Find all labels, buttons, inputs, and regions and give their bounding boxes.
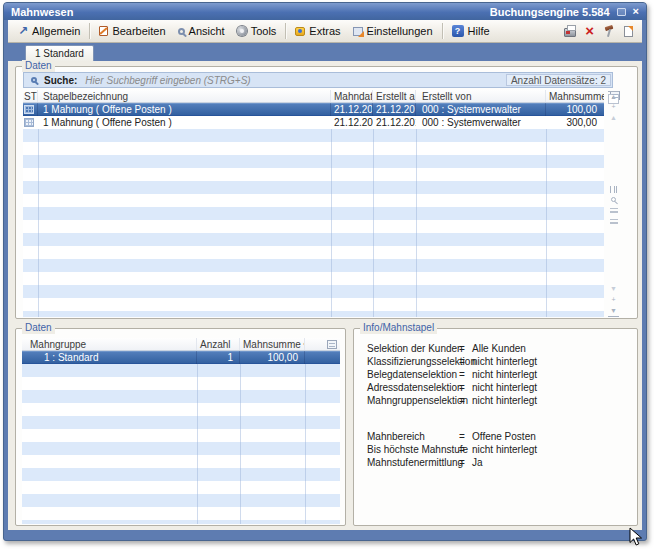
group-label: Daten — [22, 60, 55, 72]
toolbar-button-bearbeiten[interactable]: Bearbeiten — [93, 23, 171, 39]
info-label: Klassifizierungsselektion — [367, 355, 459, 368]
cell-erstellt-am: 21.12.2016 — [373, 116, 416, 129]
toolbar-label: Einstellungen — [367, 25, 433, 37]
info-value: nicht hinterlegt — [472, 394, 537, 407]
toolbar-button-allgemein[interactable]: Allgemein — [12, 23, 86, 39]
move-down-icon[interactable]: + — [608, 295, 619, 306]
table-row[interactable]: 1 Mahnung ( Offene Posten ) 21.12.2016 2… — [23, 116, 604, 129]
delete-icon[interactable] — [585, 25, 594, 37]
info-value: Offene Posten — [472, 430, 536, 443]
info-label: Mahnbereich — [367, 430, 459, 443]
info-value: nicht hinterlegt — [472, 443, 537, 456]
extras-box-icon — [295, 27, 305, 36]
toolbar-label: Tools — [251, 25, 277, 37]
window-restore-icon[interactable] — [617, 8, 626, 16]
cell-erstellt-am: 21.12.2016 — [373, 103, 416, 116]
column-header-stapelbezeichnung[interactable]: Stapelbezeichnung — [38, 90, 331, 102]
info-label: Selektion der Kunden — [367, 342, 459, 355]
tab-standard[interactable]: 1 Standard — [25, 45, 94, 61]
new-document-icon[interactable] — [624, 26, 633, 37]
column-header-mahnsumme[interactable]: Mahnsumme € — [240, 338, 305, 350]
step-up-icon[interactable]: ▲ — [608, 113, 619, 124]
filter-list-icon[interactable] — [610, 217, 618, 224]
info-row: Belegdatenselektion = nicht hinterlegt — [354, 368, 637, 381]
toolbar-button-tools[interactable]: Tools — [231, 23, 283, 39]
toolbar-label: Bearbeiten — [112, 25, 165, 37]
empty-rows-area — [23, 129, 604, 317]
table-row-selected[interactable]: 1 : Standard 1 100,00 — [22, 351, 340, 364]
info-row: Mahnbereich = Offene Posten — [354, 430, 637, 443]
column-chooser-icon[interactable] — [327, 340, 337, 349]
table-search-icon[interactable] — [611, 197, 616, 202]
move-up-icon[interactable]: + — [608, 102, 619, 113]
table-side-toolbar: ▲ + ▲ ▼ + ▼ — [607, 91, 620, 317]
cell-stapelbezeichnung: 1 Mahnung ( Offene Posten ) — [38, 103, 331, 116]
content-area: Daten Suche: Hier Suchbegriff eingeben (… — [8, 61, 642, 530]
cell-erstellt-von: 000 : Systemverwalter — [416, 103, 546, 116]
cell-erstellt-von: 000 : Systemverwalter — [416, 116, 546, 129]
table-header-row[interactable]: Mahngruppe Anzahl Mahnsumme € — [22, 338, 340, 351]
record-count-badge: Anzahl Datensätze: 2 — [506, 74, 611, 86]
step-down-icon[interactable]: ▼ — [608, 284, 619, 295]
group-label: Info/Mahnstapel — [360, 322, 437, 334]
daten-group-main: Daten Suche: Hier Suchbegriff eingeben (… — [15, 66, 638, 319]
magnifier-icon — [178, 28, 185, 35]
info-value: Alle Kunden — [472, 342, 526, 355]
scroll-to-top-icon[interactable]: ▲ — [608, 91, 619, 102]
daten-group-mahngruppe: Daten Mahngruppe Anzahl Mahnsumme € 1 : … — [15, 328, 346, 526]
info-label: Belegdatenselektion — [367, 368, 459, 381]
mahn-info-rows: Mahnbereich = Offene Posten Bis höchste … — [354, 430, 637, 469]
search-bar[interactable]: Suche: Hier Suchbegriff eingeben (STRG+S… — [23, 72, 613, 88]
info-row: Mahngruppenselektion = nicht hinterlegt — [354, 394, 637, 407]
toolbar-button-hilfe[interactable]: Hilfe — [446, 23, 496, 39]
toolbar-button-extras[interactable]: Extras — [289, 23, 346, 39]
column-header-erstellt-von[interactable]: Erstellt von — [416, 90, 546, 102]
info-label: Mahnstufenermittlung — [367, 456, 459, 469]
cell-anzahl: 1 — [197, 351, 240, 364]
equals-sign: = — [459, 394, 472, 407]
toolbar-separator — [285, 23, 286, 39]
search-label: Suche: — [44, 75, 77, 86]
info-row: Mahnstufenermittlung = Ja — [354, 456, 637, 469]
info-row: Adressdatenselektion = nicht hinterlegt — [354, 381, 637, 394]
toolbar-button-ansicht[interactable]: Ansicht — [172, 23, 231, 39]
column-header-st[interactable]: ST — [23, 90, 38, 102]
toolbar-separator — [442, 23, 443, 39]
column-header-anzahl[interactable]: Anzahl — [197, 338, 240, 350]
cell-mahnsumme: 300,00 — [546, 116, 604, 129]
edit-icon — [99, 26, 108, 36]
table-row-selected[interactable]: 1 Mahnung ( Offene Posten ) 21.12.2016 2… — [23, 103, 604, 116]
column-header-mahngruppe[interactable]: Mahngruppe — [22, 338, 197, 350]
columns-icon[interactable] — [610, 186, 617, 193]
list-view-icon[interactable] — [610, 206, 618, 213]
scroll-to-bottom-icon[interactable]: ▼ — [608, 306, 619, 317]
equals-sign: = — [459, 355, 472, 368]
info-value: nicht hinterlegt — [472, 381, 537, 394]
column-header-erstellt-am[interactable]: Erstellt am — [373, 90, 416, 102]
toolbar-button-einstellungen[interactable]: Einstellungen — [347, 23, 439, 39]
search-placeholder[interactable]: Hier Suchbegriff eingeben (STRG+S) — [85, 75, 250, 86]
empty-rows-area — [22, 364, 340, 524]
info-label: Adressdatenselektion — [367, 381, 459, 394]
cell-mahnsumme: 100,00 — [240, 351, 305, 364]
toolbar: Allgemein Bearbeiten Ansicht Tools Extra… — [8, 20, 642, 43]
toolbar-label: Allgemein — [32, 25, 80, 37]
arrow-ne-icon — [18, 25, 28, 37]
toolbar-label: Ansicht — [189, 25, 225, 37]
info-value: Ja — [472, 456, 483, 469]
titlebar[interactable]: Mahnwesen Buchungsengine 5.584 × — [4, 3, 646, 20]
column-header-mahndatum[interactable]: Mahndatum — [331, 90, 373, 102]
table-header-row[interactable]: ST Stapelbezeichnung Mahndatum Erstellt … — [23, 90, 604, 103]
info-value: nicht hinterlegt — [472, 368, 537, 381]
print-icon[interactable] — [564, 28, 576, 37]
window-close-icon[interactable]: × — [633, 6, 639, 17]
selection-info-rows: Selektion der Kunden = Alle Kunden Klass… — [354, 342, 637, 407]
grid-row-icon — [24, 105, 34, 114]
info-row: Selektion der Kunden = Alle Kunden — [354, 342, 637, 355]
hammer-icon[interactable] — [603, 25, 615, 37]
gear-icon — [237, 26, 247, 36]
group-label: Daten — [22, 322, 55, 334]
cell-mahnsumme: 100,00 — [546, 103, 604, 116]
column-header-mahnsumme[interactable]: Mahnsumme € — [546, 90, 604, 102]
toolbar-label: Extras — [309, 25, 340, 37]
